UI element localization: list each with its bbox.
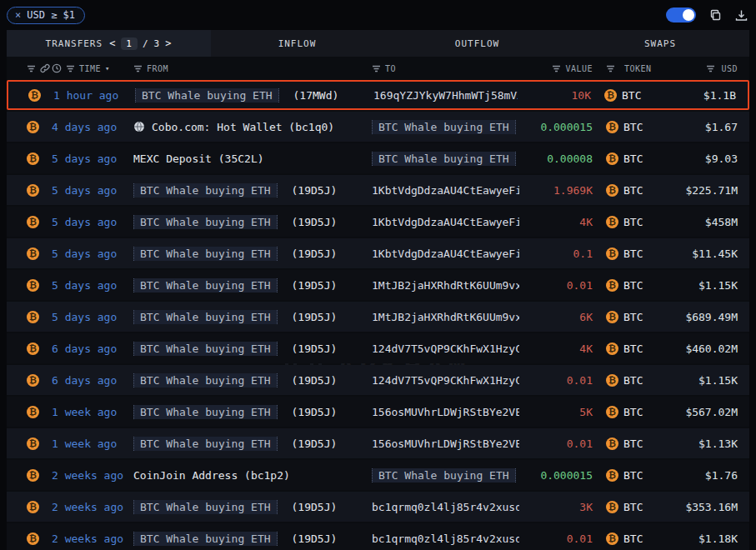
- filter-icon[interactable]: [552, 65, 561, 72]
- download-icon[interactable]: [734, 8, 748, 22]
- to-endpoint[interactable]: 1KbtVdgDdzaAU4CtEawyeFiaM9x63DCava: [372, 184, 519, 197]
- to-endpoint[interactable]: BTC Whale buying ETH(19D5J): [372, 152, 519, 166]
- to-cell[interactable]: 1MtJB2jaHXRhdRtK6UUm9vxGZGRa4GEpYn: [372, 311, 519, 323]
- display-toggle[interactable]: [666, 8, 696, 22]
- to-endpoint[interactable]: 156osMUVhrLDWjRStBYe2VEW2cDy7xWrc8: [372, 406, 519, 418]
- header-to[interactable]: TO: [385, 64, 396, 73]
- to-cell[interactable]: bc1qrmq0zl4lj85r4v2xusdelhx5mme45zsks…: [372, 532, 519, 545]
- time-cell[interactable]: 2 weeks ago: [52, 501, 133, 513]
- header-token[interactable]: TOKEN: [624, 64, 652, 73]
- to-cell[interactable]: 1MtJB2jaHXRhdRtK6UUm9vxGZGRa4GEpYn: [372, 279, 519, 292]
- time-cell[interactable]: 5 days ago: [52, 279, 133, 292]
- entity-chip[interactable]: BTC Whale buying ETH: [372, 152, 516, 166]
- token-cell[interactable]: ₿BTC: [606, 279, 661, 292]
- to-endpoint[interactable]: 1MtJB2jaHXRhdRtK6UUm9vxGZGRa4GEpYn: [372, 311, 519, 323]
- tab-inflow[interactable]: INFLOW: [211, 30, 383, 57]
- entity-chip[interactable]: BTC Whale buying ETH: [133, 405, 278, 419]
- tab-transfers[interactable]: TRANSFERS < 1 / 3 >: [7, 30, 211, 57]
- header-time[interactable]: TIME: [79, 64, 101, 73]
- entity-chip[interactable]: BTC Whale buying ETH: [133, 215, 278, 229]
- from-cell[interactable]: BTC Whale buying ETH(19D5J): [133, 215, 372, 229]
- table-row[interactable]: ₿2 weeks agoBTC Whale buying ETH(19D5J)b…: [7, 523, 749, 550]
- time-cell[interactable]: 6 days ago: [52, 342, 133, 355]
- token-cell[interactable]: ₿BTC: [604, 89, 659, 102]
- from-endpoint[interactable]: BTC Whale buying ETH(19D5J): [133, 183, 337, 198]
- to-cell[interactable]: bc1qrmq0zl4lj85r4v2xusdelhx5mme45zsks…: [372, 501, 519, 513]
- from-endpoint[interactable]: BTC Whale buying ETH(19D5J): [133, 342, 337, 356]
- from-endpoint[interactable]: BTC Whale buying ETH(19D5J): [133, 215, 337, 229]
- time-cell[interactable]: 2 weeks ago: [52, 469, 133, 482]
- time-cell[interactable]: 5 days ago: [52, 216, 133, 228]
- token-cell[interactable]: ₿BTC: [606, 469, 661, 482]
- to-endpoint[interactable]: BTC Whale buying ETH(19D5J): [372, 468, 519, 482]
- to-endpoint[interactable]: 1MtJB2jaHXRhdRtK6UUm9vxGZGRa4GEpYn: [372, 279, 519, 292]
- time-cell[interactable]: 2 weeks ago: [52, 532, 133, 545]
- table-row[interactable]: ₿5 days agoBTC Whale buying ETH(19D5J)1K…: [7, 238, 749, 268]
- relative-time[interactable]: 4 days ago: [52, 121, 117, 133]
- from-endpoint[interactable]: MEXC Deposit (35C2L): [133, 152, 264, 165]
- token-cell[interactable]: ₿BTC: [606, 532, 661, 545]
- token-cell[interactable]: ₿BTC: [606, 438, 661, 450]
- from-cell[interactable]: CoinJoin Address (bc1p2): [133, 469, 372, 482]
- header-from[interactable]: FROM: [147, 64, 168, 73]
- entity-chip[interactable]: BTC Whale buying ETH: [133, 437, 278, 451]
- to-cell[interactable]: BTC Whale buying ETH(19D5J): [372, 120, 519, 134]
- table-row[interactable]: ₿5 days agoBTC Whale buying ETH(19D5J)1K…: [7, 175, 749, 205]
- token-cell[interactable]: ₿BTC: [606, 248, 661, 260]
- from-cell[interactable]: BTC Whale buying ETH(19D5J): [133, 373, 372, 388]
- filter-icon[interactable]: [27, 65, 36, 72]
- table-row[interactable]: ₿1 week agoBTC Whale buying ETH(19D5J)15…: [7, 428, 749, 458]
- from-endpoint[interactable]: BTC Whale buying ETH(17MWd): [135, 88, 338, 102]
- token-cell[interactable]: ₿BTC: [606, 342, 661, 355]
- relative-time[interactable]: 1 week ago: [52, 406, 117, 418]
- table-row[interactable]: ₿5 days agoBTC Whale buying ETH(19D5J)1K…: [7, 207, 749, 237]
- table-row[interactable]: ₿1 hour agoBTC Whale buying ETH(17MWd)16…: [7, 80, 749, 110]
- table-row[interactable]: ₿5 days agoBTC Whale buying ETH(19D5J)1M…: [7, 302, 749, 332]
- time-cell[interactable]: 4 days ago: [52, 121, 133, 133]
- chevron-down-icon[interactable]: ▾: [105, 64, 110, 72]
- table-row[interactable]: ₿1 week agoBTC Whale buying ETH(19D5J)15…: [7, 397, 749, 427]
- entity-chip[interactable]: BTC Whale buying ETH: [133, 500, 278, 514]
- to-cell[interactable]: 1KbtVdgDdzaAU4CtEawyeFiaM9x63DCava: [372, 248, 519, 260]
- time-cell[interactable]: 5 days ago: [52, 152, 133, 165]
- relative-time[interactable]: 1 week ago: [52, 438, 117, 450]
- to-cell[interactable]: 1KbtVdgDdzaAU4CtEawyeFiaM9x63DCava: [372, 216, 519, 228]
- relative-time[interactable]: 6 days ago: [52, 374, 117, 387]
- from-endpoint[interactable]: BTC Whale buying ETH(19D5J): [133, 437, 337, 451]
- table-row[interactable]: ₿5 days agoBTC Whale buying ETH(19D5J)1M…: [7, 270, 749, 300]
- table-row[interactable]: ₿6 days agoBTC Whale buying ETH(19D5J)12…: [7, 333, 749, 363]
- filter-icon[interactable]: [606, 65, 615, 72]
- next-page-chevron-icon[interactable]: >: [165, 38, 172, 49]
- to-endpoint[interactable]: BTC Whale buying ETH(19D5J): [372, 120, 519, 134]
- token-cell[interactable]: ₿BTC: [606, 374, 661, 387]
- relative-time[interactable]: 5 days ago: [52, 216, 117, 228]
- to-cell[interactable]: 156osMUVhrLDWjRStBYe2VEW2cDy7xWrc8: [372, 406, 519, 418]
- relative-time[interactable]: 2 weeks ago: [52, 501, 123, 513]
- table-row[interactable]: ₿6 days agoBTC Whale buying ETH(19D5J)12…: [7, 365, 749, 395]
- to-endpoint[interactable]: 124dV7T5vQP9CKhFwX1HzyCvT5gWRv4Pto: [372, 374, 519, 387]
- table-row[interactable]: ₿2 weeks agoCoinJoin Address (bc1p2)BTC …: [7, 460, 749, 490]
- token-cell[interactable]: ₿BTC: [606, 406, 661, 418]
- from-endpoint[interactable]: BTC Whale buying ETH(19D5J): [133, 310, 337, 324]
- to-endpoint[interactable]: bc1qrmq0zl4lj85r4v2xusdelhx5mme45zsks…: [372, 501, 519, 513]
- from-endpoint[interactable]: BTC Whale buying ETH(19D5J): [133, 532, 337, 546]
- header-value[interactable]: VALUE: [565, 64, 593, 73]
- to-cell[interactable]: 1KbtVdgDdzaAU4CtEawyeFiaM9x63DCava: [372, 184, 519, 197]
- tab-swaps[interactable]: SWAPS: [571, 30, 749, 57]
- relative-time[interactable]: 6 days ago: [52, 342, 117, 355]
- from-endpoint[interactable]: BTC Whale buying ETH(19D5J): [133, 373, 337, 388]
- entity-chip[interactable]: BTC Whale buying ETH: [133, 247, 278, 261]
- to-cell[interactable]: 124dV7T5vQP9CKhFwX1HzyCvT5gWRv4Pto: [372, 374, 519, 387]
- time-cell[interactable]: 1 week ago: [52, 406, 133, 418]
- from-cell[interactable]: BTC Whale buying ETH(19D5J): [133, 405, 372, 419]
- relative-time[interactable]: 5 days ago: [52, 152, 117, 165]
- time-cell[interactable]: 5 days ago: [52, 184, 133, 197]
- entity-chip[interactable]: BTC Whale buying ETH: [133, 183, 278, 198]
- relative-time[interactable]: 2 weeks ago: [52, 469, 123, 482]
- to-endpoint[interactable]: 124dV7T5vQP9CKhFwX1HzyCvT5gWRv4Pto: [372, 342, 519, 355]
- relative-time[interactable]: 2 weeks ago: [52, 532, 123, 545]
- relative-time[interactable]: 5 days ago: [52, 184, 117, 197]
- to-cell[interactable]: BTC Whale buying ETH(19D5J): [372, 468, 519, 482]
- from-cell[interactable]: BTC Whale buying ETH(19D5J): [133, 342, 372, 356]
- header-usd[interactable]: USD: [721, 64, 738, 73]
